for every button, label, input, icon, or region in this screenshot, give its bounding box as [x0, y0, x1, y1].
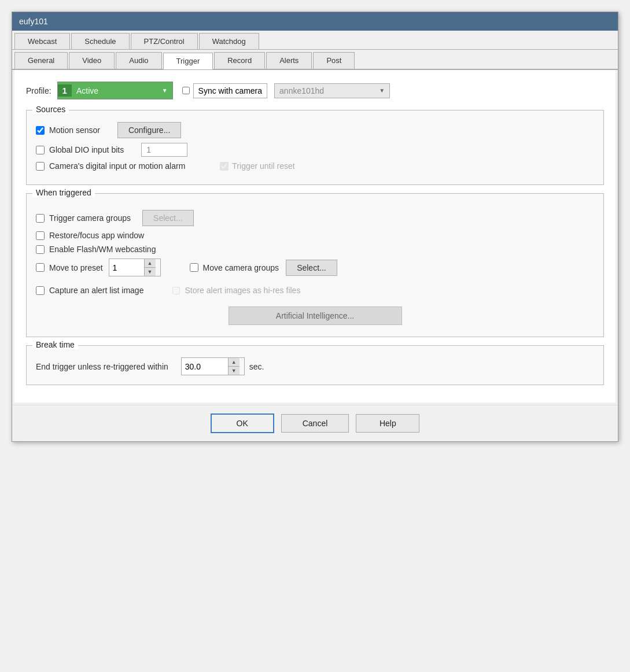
- break-time-down-button[interactable]: ▼: [229, 366, 240, 375]
- break-time-title: Break time: [32, 340, 78, 349]
- move-camera-groups-wrapper: Move camera groups Select...: [190, 260, 337, 276]
- break-time-input[interactable]: [182, 358, 228, 375]
- move-preset-input[interactable]: [109, 259, 144, 276]
- store-alert-row: Store alert images as hi-res files: [172, 286, 300, 295]
- tab-schedule[interactable]: Schedule: [71, 33, 129, 49]
- camera-name: annke101hd: [279, 86, 324, 95]
- restore-focus-row: Restore/focus app window: [36, 231, 594, 240]
- camera-dropdown-arrow: ▼: [379, 87, 385, 94]
- break-time-up-button[interactable]: ▲: [229, 358, 240, 366]
- sync-checkbox[interactable]: [182, 87, 190, 94]
- motion-sensor-checkbox[interactable]: [36, 126, 45, 135]
- motion-sensor-label[interactable]: Motion sensor: [49, 125, 100, 135]
- footer: OK Cancel Help: [12, 405, 618, 441]
- camera-digital-row: Camera's digital input or motion alarm T…: [36, 161, 594, 171]
- global-dio-label[interactable]: Global DIO input bits: [49, 145, 124, 154]
- select-button-1[interactable]: Select...: [142, 210, 194, 226]
- break-time-row: End trigger unless re-triggered within ▲…: [36, 357, 594, 375]
- move-camera-groups-label[interactable]: Move camera groups: [203, 263, 279, 272]
- trigger-camera-groups-row: Trigger camera groups Select...: [36, 210, 594, 226]
- title-bar: eufy101: [12, 12, 618, 31]
- top-tab-row: Webcast Schedule PTZ/Control Watchdog: [12, 31, 618, 50]
- capture-alert-outer-row: Capture an alert list image Store alert …: [36, 281, 594, 300]
- camera-digital-label[interactable]: Camera's digital input or motion alarm: [49, 161, 185, 171]
- move-to-preset-checkbox[interactable]: [36, 263, 45, 272]
- trigger-until-reset-wrapper: Trigger until reset: [220, 161, 294, 171]
- break-time-spinbox: ▲ ▼: [181, 357, 245, 375]
- trigger-until-reset-checkbox: [220, 162, 229, 171]
- enable-flash-row: Enable Flash/WM webcasting: [36, 245, 594, 254]
- main-window: eufy101 Webcast Schedule PTZ/Control Wat…: [12, 12, 618, 442]
- profile-number: 1: [58, 84, 72, 97]
- tab-alerts[interactable]: Alerts: [266, 52, 312, 69]
- capture-alert-checkbox[interactable]: [36, 286, 45, 295]
- sources-title: Sources: [32, 105, 69, 114]
- break-time-spinbox-buttons: ▲ ▼: [228, 358, 240, 375]
- restore-focus-label[interactable]: Restore/focus app window: [49, 231, 144, 240]
- store-alert-label: Store alert images as hi-res files: [185, 286, 300, 295]
- help-button[interactable]: Help: [356, 414, 419, 433]
- ok-button[interactable]: OK: [211, 413, 274, 433]
- tab-webcast[interactable]: Webcast: [14, 33, 70, 49]
- profile-select[interactable]: 1 Active ▼: [57, 82, 173, 99]
- window-title: eufy101: [19, 17, 48, 26]
- when-triggered-title: When triggered: [32, 188, 95, 197]
- main-content: Profile: 1 Active ▼ Sync with camera ann…: [14, 70, 616, 403]
- capture-alert-row: Capture an alert list image: [36, 286, 143, 295]
- global-dio-row: Global DIO input bits: [36, 143, 594, 157]
- store-alert-checkbox: [172, 287, 180, 294]
- capture-alert-label[interactable]: Capture an alert list image: [49, 286, 143, 295]
- trigger-until-reset-label: Trigger until reset: [232, 161, 294, 171]
- break-time-group: Break time End trigger unless re-trigger…: [26, 345, 604, 385]
- move-camera-groups-checkbox[interactable]: [190, 263, 198, 272]
- profile-row: Profile: 1 Active ▼ Sync with camera ann…: [26, 82, 604, 99]
- global-dio-input[interactable]: [141, 143, 187, 157]
- ai-button[interactable]: Artificial Intelligence...: [229, 307, 402, 325]
- tab-video[interactable]: Video: [69, 52, 115, 69]
- tab-general[interactable]: General: [14, 52, 68, 69]
- move-preset-down-button[interactable]: ▼: [145, 267, 156, 276]
- when-triggered-group: When triggered Trigger camera groups Sel…: [26, 193, 604, 337]
- sync-row: Sync with camera: [182, 83, 267, 98]
- global-dio-checkbox[interactable]: [36, 146, 45, 154]
- motion-sensor-row: Motion sensor Configure...: [36, 122, 594, 138]
- camera-dropdown[interactable]: annke101hd ▼: [274, 83, 390, 98]
- when-triggered-content: Trigger camera groups Select... Restore/…: [36, 201, 594, 325]
- sync-label[interactable]: Sync with camera: [193, 83, 267, 98]
- tab-trigger[interactable]: Trigger: [163, 53, 213, 69]
- move-preset-spinbox-buttons: ▲ ▼: [144, 259, 156, 276]
- sec-label: sec.: [249, 362, 264, 371]
- move-preset-spinbox: ▲ ▼: [109, 259, 161, 276]
- sources-group: Sources Motion sensor Configure... Globa…: [26, 110, 604, 185]
- enable-flash-checkbox[interactable]: [36, 245, 45, 254]
- move-preset-up-button[interactable]: ▲: [145, 259, 156, 267]
- break-time-label: End trigger unless re-triggered within: [36, 362, 168, 371]
- profile-label: Profile:: [26, 86, 51, 95]
- tab-record[interactable]: Record: [214, 52, 265, 69]
- enable-flash-label[interactable]: Enable Flash/WM webcasting: [49, 245, 156, 254]
- profile-name: Active: [76, 86, 162, 95]
- camera-digital-checkbox[interactable]: [36, 162, 45, 171]
- restore-focus-checkbox[interactable]: [36, 231, 45, 240]
- move-to-preset-row: Move to preset ▲ ▼ Move camera groups Se…: [36, 259, 594, 276]
- configure-button[interactable]: Configure...: [117, 122, 181, 138]
- move-to-preset-label[interactable]: Move to preset: [49, 263, 103, 272]
- tab-post[interactable]: Post: [313, 52, 355, 69]
- trigger-camera-groups-label[interactable]: Trigger camera groups: [49, 213, 131, 223]
- bottom-tab-row: General Video Audio Trigger Record Alert…: [12, 50, 618, 70]
- trigger-camera-groups-checkbox[interactable]: [36, 214, 45, 223]
- cancel-button[interactable]: Cancel: [281, 414, 349, 433]
- tab-audio[interactable]: Audio: [116, 52, 161, 69]
- tab-ptz-control[interactable]: PTZ/Control: [131, 33, 198, 49]
- tab-watchdog[interactable]: Watchdog: [199, 33, 259, 49]
- select-button-2[interactable]: Select...: [286, 260, 337, 276]
- profile-dropdown-arrow: ▼: [162, 87, 168, 94]
